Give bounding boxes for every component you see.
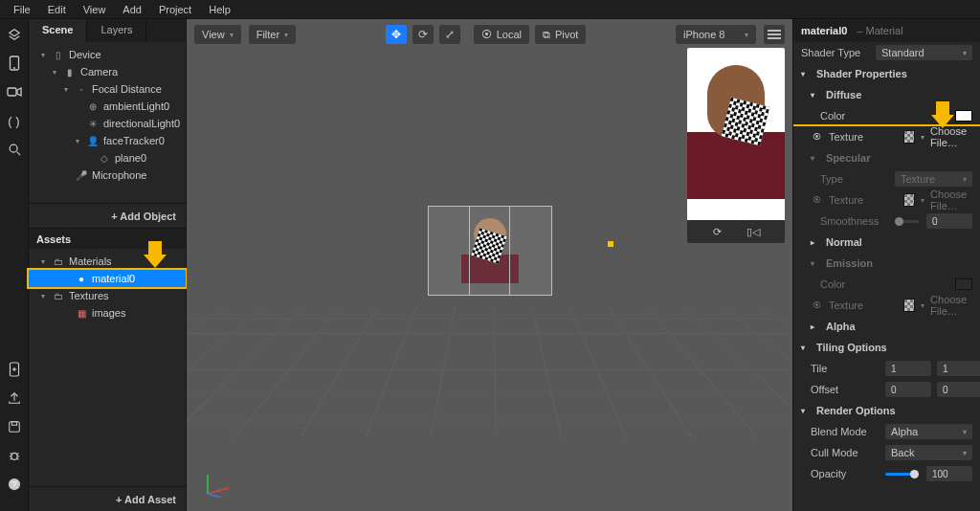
device-dropdown[interactable]: iPhone 8▾ bbox=[676, 25, 756, 44]
move-tool-button[interactable]: ✥ bbox=[386, 25, 407, 44]
callout-arrow-texture bbox=[931, 101, 954, 130]
image-icon: ▦ bbox=[75, 306, 88, 320]
tree-device[interactable]: ▾▯Device bbox=[29, 46, 186, 63]
svg-point-5 bbox=[10, 144, 17, 152]
face-tracker-icon: 👤 bbox=[86, 134, 100, 147]
svg-rect-3 bbox=[8, 88, 16, 96]
diffuse-color-swatch[interactable] bbox=[955, 110, 972, 122]
tree-plane0[interactable]: ◇plane0 bbox=[29, 149, 186, 167]
rail-save-icon[interactable] bbox=[7, 419, 22, 434]
section-diffuse[interactable]: Diffuse bbox=[826, 89, 861, 100]
svg-marker-4 bbox=[17, 88, 21, 96]
viewport[interactable]: View▾ Filter▾ ✥ ⟳ ⤢ ⦿Local ⧉Pivot iPhone… bbox=[187, 19, 792, 511]
emission-color-swatch[interactable] bbox=[955, 278, 972, 290]
shader-type-select[interactable]: Standard▾ bbox=[876, 45, 972, 60]
svg-line-18 bbox=[16, 458, 18, 460]
section-normal[interactable]: Normal bbox=[826, 236, 862, 248]
assets-textures[interactable]: ▾🗀Textures bbox=[29, 287, 186, 304]
svg-rect-11 bbox=[11, 422, 16, 426]
rail-layers-icon[interactable] bbox=[7, 27, 22, 42]
add-object-button[interactable]: + Add Object bbox=[29, 203, 186, 228]
menu-project[interactable]: Project bbox=[151, 2, 199, 17]
section-shader-properties[interactable]: Shader Properties bbox=[816, 68, 907, 79]
left-panel: Scene Layers ▾▯Device ▾▮Camera ▾◦Focal D… bbox=[29, 19, 187, 511]
rail-help-icon[interactable]: ? bbox=[7, 477, 22, 492]
section-alpha[interactable]: Alpha bbox=[826, 321, 856, 332]
choose-file-button[interactable]: Choose File… bbox=[930, 294, 972, 317]
tab-layers[interactable]: Layers bbox=[87, 19, 146, 42]
mic-icon: 🎤 bbox=[75, 168, 88, 182]
tile-x-input[interactable]: 1 bbox=[885, 361, 931, 376]
gizmo-handle[interactable] bbox=[608, 241, 613, 247]
menu-add[interactable]: Add bbox=[115, 2, 149, 17]
inspector: material0 – Material Shader Type Standar… bbox=[792, 19, 980, 511]
texture-swatch[interactable] bbox=[903, 299, 915, 312]
specular-type-select[interactable]: Texture▾ bbox=[895, 171, 972, 187]
choose-file-button[interactable]: Choose File… bbox=[930, 189, 972, 211]
view-dropdown[interactable]: View▾ bbox=[194, 25, 241, 44]
texture-swatch[interactable] bbox=[903, 130, 915, 144]
rail-search-icon[interactable] bbox=[7, 142, 22, 157]
tree-directional[interactable]: ✳︎directionalLight0 bbox=[29, 115, 186, 132]
section-tiling[interactable]: Tiling Options bbox=[816, 342, 887, 353]
svg-line-15 bbox=[10, 453, 11, 455]
rail-phone-plus-icon[interactable] bbox=[7, 362, 22, 377]
scale-tool-button[interactable]: ⤢ bbox=[439, 25, 460, 44]
assets-images[interactable]: ▦images bbox=[29, 304, 186, 322]
rail-bug-icon[interactable] bbox=[7, 448, 22, 463]
tab-scene[interactable]: Scene bbox=[29, 19, 87, 42]
menu-file[interactable]: File bbox=[6, 2, 38, 17]
cull-mode-select[interactable]: Back▾ bbox=[885, 445, 972, 460]
rail-patch-icon[interactable]: ( ) bbox=[7, 113, 22, 128]
offset-x-input[interactable]: 0 bbox=[885, 382, 931, 397]
svg-line-6 bbox=[16, 152, 20, 156]
link-icon[interactable]: ⦿ bbox=[813, 132, 821, 142]
rail-upload-icon[interactable] bbox=[7, 390, 22, 406]
tree-microphone[interactable]: 🎤Microphone bbox=[29, 167, 186, 184]
section-specular[interactable]: Specular bbox=[826, 152, 870, 164]
svg-line-16 bbox=[16, 453, 18, 455]
folder-icon: 🗀 bbox=[52, 289, 65, 302]
callout-arrow-assets bbox=[144, 241, 167, 270]
tree-facetracker[interactable]: ▾👤faceTracker0 bbox=[29, 132, 186, 149]
opacity-value[interactable]: 100 bbox=[926, 466, 972, 481]
offset-y-input[interactable]: 0 bbox=[937, 382, 980, 397]
menubar: File Edit View Add Project Help bbox=[0, 0, 980, 19]
chevron-down-icon: ▾ bbox=[284, 31, 288, 39]
preview-menu-button[interactable] bbox=[764, 25, 785, 44]
section-emission[interactable]: Emission bbox=[826, 257, 873, 269]
rail-video-icon[interactable] bbox=[7, 84, 22, 100]
tree-ambient[interactable]: ⊕ambientLight0 bbox=[29, 98, 186, 115]
svg-line-17 bbox=[10, 458, 11, 460]
section-render[interactable]: Render Options bbox=[816, 405, 896, 416]
chevron-down-icon: ▾ bbox=[230, 31, 234, 39]
tree-camera[interactable]: ▾▮Camera bbox=[29, 63, 186, 80]
svg-text:?: ? bbox=[11, 478, 16, 489]
pivot-toggle[interactable]: ⧉Pivot bbox=[535, 25, 586, 44]
canvas-plane-preview bbox=[428, 206, 552, 296]
plane-icon: ◇ bbox=[98, 151, 111, 165]
pause-preview-button[interactable]: ▯◁ bbox=[746, 226, 760, 238]
tile-y-input[interactable]: 1 bbox=[937, 361, 980, 376]
chevron-down-icon[interactable]: ▾ bbox=[921, 133, 924, 142]
rail-device-icon[interactable] bbox=[7, 56, 22, 71]
texture-swatch[interactable] bbox=[903, 193, 915, 207]
rotate-tool-button[interactable]: ⟳ bbox=[412, 25, 434, 44]
assets-tree: ▾🗀Materials ●material0 ▾🗀Textures ▦image… bbox=[29, 249, 186, 486]
add-asset-button[interactable]: + Add Asset bbox=[29, 486, 186, 511]
left-rail: ( ) ? bbox=[0, 19, 29, 511]
blend-mode-select[interactable]: Alpha▾ bbox=[885, 424, 972, 439]
restart-preview-button[interactable]: ⟳ bbox=[713, 226, 722, 238]
menu-help[interactable]: Help bbox=[201, 2, 238, 17]
opacity-slider[interactable] bbox=[885, 473, 919, 476]
local-toggle[interactable]: ⦿Local bbox=[474, 25, 529, 44]
menu-view[interactable]: View bbox=[76, 2, 114, 17]
menu-edit[interactable]: Edit bbox=[40, 2, 74, 17]
assets-material0[interactable]: ●material0 bbox=[29, 270, 186, 287]
camera-icon: ▮ bbox=[63, 65, 77, 78]
inspector-type: – Material bbox=[857, 25, 902, 36]
smoothness-slider[interactable] bbox=[895, 220, 919, 223]
filter-dropdown[interactable]: Filter▾ bbox=[249, 25, 296, 44]
smoothness-value[interactable]: 0 bbox=[926, 213, 972, 229]
tree-focal[interactable]: ▾◦Focal Distance bbox=[29, 80, 186, 98]
